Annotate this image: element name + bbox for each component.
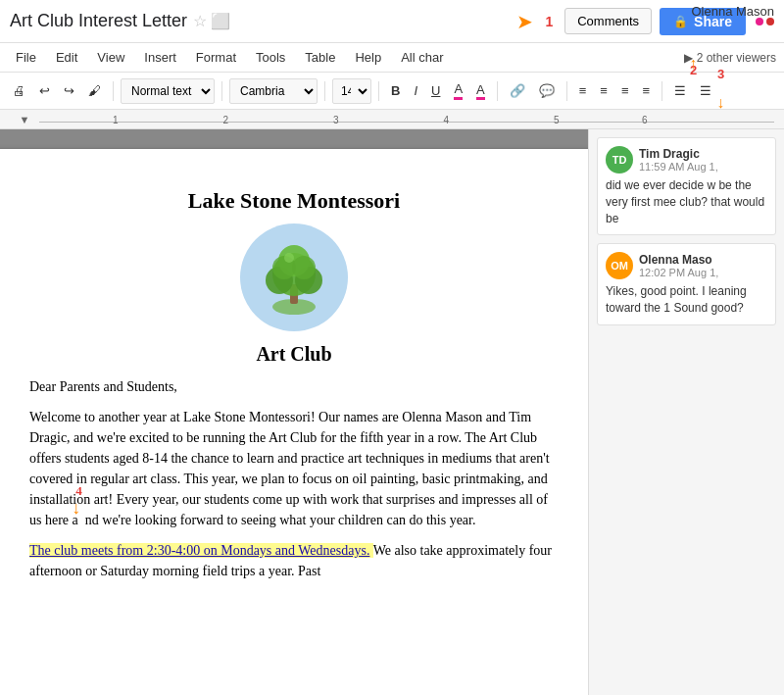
line-spacing-button[interactable]: ☰ 2 ↑	[669, 80, 691, 101]
menu-format[interactable]: Format	[188, 47, 244, 68]
comment-text-1: did we ever decide w be the very first m…	[606, 177, 767, 226]
highlight-color-button[interactable]: A	[471, 79, 490, 103]
indent-button[interactable]: ☰ 3 ↓	[695, 80, 716, 101]
justify-button[interactable]: ≡	[638, 80, 656, 101]
avatar-tim: TD	[606, 146, 633, 174]
annotation-arrow-1: ➤	[516, 10, 533, 33]
menu-bar: File Edit View Insert Format Tools Table…	[0, 43, 784, 73]
underline-button[interactable]: U	[426, 80, 445, 101]
menu-help[interactable]: Help	[347, 47, 389, 68]
comment-2-wrapper: ➤ 5 OM Olenna Maso 12:02 PM Aug 1, Yikes…	[597, 243, 776, 325]
comment-header-1: TD Tim Dragic 11:59 AM Aug 1,	[606, 146, 767, 174]
undo-button[interactable]: ↩	[34, 80, 55, 101]
comments-button[interactable]: Comments	[564, 8, 652, 34]
annotation-label-4: 4	[75, 481, 82, 501]
ruler-line: 1 2 3 4 5 6	[39, 122, 774, 123]
folder-icon[interactable]: ⬜	[211, 12, 230, 30]
comment-meta-1: Tim Dragic 11:59 AM Aug 1,	[639, 147, 718, 173]
menu-file[interactable]: File	[8, 47, 44, 68]
menu-view[interactable]: View	[89, 47, 132, 68]
menu-edit[interactable]: Edit	[48, 47, 85, 68]
avatar-olenna: OM	[606, 252, 633, 279]
toolbar-sep-5	[497, 81, 498, 101]
comment-card-2: OM Olenna Maso 12:02 PM Aug 1, Yikes, go…	[597, 243, 776, 325]
toolbar-sep-2	[221, 81, 222, 101]
tree-svg	[250, 233, 338, 322]
align-center-button[interactable]: ≡	[595, 80, 612, 101]
align-right-button[interactable]: ≡	[616, 80, 634, 101]
lock-icon: 🔒	[673, 15, 688, 28]
align-left-button[interactable]: ≡	[574, 80, 592, 101]
font-color-button[interactable]: A	[449, 78, 467, 103]
sidebar: TD Tim Dragic 11:59 AM Aug 1, did we eve…	[588, 129, 784, 695]
doc-salutation: Dear Parents and Students,	[29, 379, 559, 395]
toolbar-sep-3	[324, 81, 325, 101]
doc-heading: Lake Stone Montessori	[29, 188, 559, 214]
document-page[interactable]: Lake Stone Montessori	[0, 149, 588, 695]
paint-format-button[interactable]: 🖌	[83, 80, 106, 101]
redo-button[interactable]: ↪	[59, 80, 79, 101]
doc-subheading: Art Club	[29, 343, 559, 366]
font-size-select[interactable]: 14	[332, 78, 371, 104]
comment-button[interactable]: 💬	[534, 80, 560, 101]
font-select[interactable]: Cambria	[229, 78, 318, 104]
viewers-info: ▶ 2 other viewers	[684, 51, 776, 65]
toolbar-sep-7	[662, 81, 662, 101]
comment-text-2: Yikes, good point. I leaning toward the …	[606, 283, 767, 317]
ruler: ▼ 1 2 3 4 5 6	[0, 110, 784, 129]
star-icon[interactable]: ☆	[193, 12, 207, 30]
comment-meta-2: Olenna Maso 12:02 PM Aug 1,	[639, 253, 718, 278]
doc-image	[29, 223, 559, 331]
comment-name-1: Tim Dragic	[639, 147, 718, 161]
tree-circle	[240, 223, 348, 331]
link-button[interactable]: 🔗	[505, 80, 530, 101]
title-bar: Art Club Interest Letter ☆ ⬜ ➤ 1 Comment…	[0, 0, 784, 43]
svg-point-7	[292, 256, 316, 279]
doc-body-1: Welcome to another year at Lake Stone Mo…	[29, 407, 559, 530]
user-name-display: Olenna Mason	[691, 4, 774, 19]
comment-name-2: Olenna Maso	[639, 253, 718, 267]
svg-point-8	[284, 253, 294, 263]
toolbar: 🖨 ↩ ↪ 🖌 Normal text Cambria 14 B I U A A…	[0, 73, 784, 110]
main-area: Lake Stone Montessori	[0, 129, 784, 695]
toolbar-sep-1	[113, 81, 114, 101]
toolbar-sep-6	[566, 81, 567, 101]
document-area: Lake Stone Montessori	[0, 129, 588, 695]
comment-time-2: 12:02 PM Aug 1,	[639, 267, 718, 278]
doc-highlight-text: The club meets from 2:30-4:00 on Mondays…	[29, 543, 373, 558]
annotation-label-1: 1	[545, 14, 553, 29]
bold-button[interactable]: B	[386, 80, 405, 101]
comment-time-1: 11:59 AM Aug 1,	[639, 161, 718, 173]
menu-tools[interactable]: Tools	[248, 47, 293, 68]
comment-card-1: TD Tim Dragic 11:59 AM Aug 1, did we eve…	[597, 137, 776, 235]
viewers-count: 2 other viewers	[697, 51, 776, 65]
ruler-marker: ▼	[10, 114, 39, 125]
text-style-select[interactable]: Normal text	[121, 78, 215, 104]
menu-table[interactable]: Table	[297, 47, 343, 68]
comment-header-2: OM Olenna Maso 12:02 PM Aug 1,	[606, 252, 767, 279]
doc-highlighted-line: The club meets from 2:30-4:00 on Mondays…	[29, 540, 559, 581]
italic-button[interactable]: I	[409, 80, 422, 101]
document-title[interactable]: Art Club Interest Letter	[10, 11, 187, 31]
menu-insert[interactable]: Insert	[136, 47, 184, 68]
menu-allchar[interactable]: All char	[393, 47, 451, 68]
toolbar-sep-4	[378, 81, 379, 101]
print-button[interactable]: 🖨	[8, 80, 30, 101]
